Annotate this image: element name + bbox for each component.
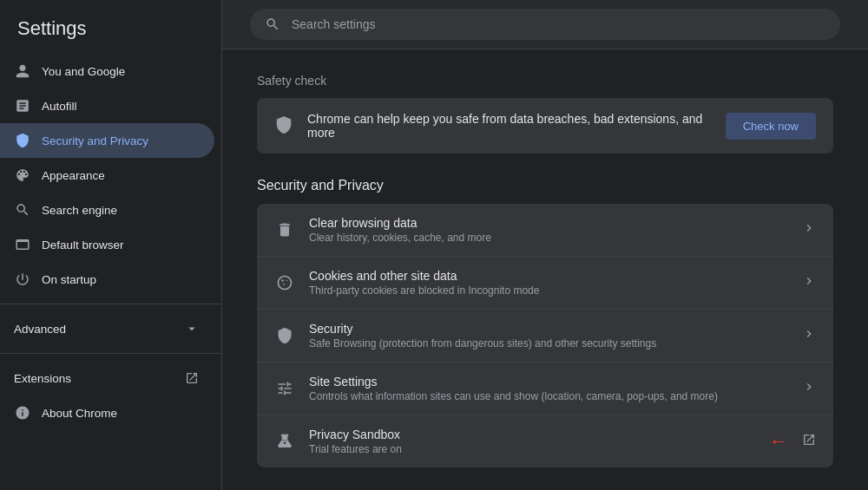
browser-icon — [14, 236, 31, 253]
svg-point-0 — [281, 279, 284, 282]
cookies-desc: Third-party cookies are blocked in Incog… — [309, 284, 788, 297]
site-settings-desc: Controls what information sites can use … — [309, 390, 788, 402]
chevron-down-icon — [183, 320, 201, 337]
privacy-sandbox-desc: Trial features are on — [309, 443, 755, 455]
search-container — [250, 9, 840, 40]
cookies-content: Cookies and other site data Third-party … — [309, 269, 788, 297]
sidebar-item-on-startup[interactable]: On startup — [0, 262, 214, 297]
settings-row-security[interactable]: Security Safe Browsing (protection from … — [257, 310, 833, 363]
sidebar-divider — [0, 304, 221, 304]
safety-check-description: Chrome can help keep you safe from data … — [307, 112, 712, 140]
external-link-icon — [183, 369, 201, 387]
clear-browsing-desc: Clear history, cookies, cache, and more — [309, 232, 788, 244]
security-shield-icon — [274, 325, 295, 346]
advanced-label: Advanced — [14, 323, 66, 336]
privacy-sandbox-actions: ← — [769, 430, 816, 453]
settings-row-clear-browsing[interactable]: Clear browsing data Clear history, cooki… — [257, 204, 833, 257]
red-arrow-annotation: ← — [769, 430, 788, 453]
sidebar-label-on-startup: On startup — [42, 273, 96, 286]
sidebar-item-about-chrome[interactable]: About Chrome — [0, 395, 214, 430]
sidebar-label-you-google: You and Google — [42, 65, 125, 78]
search-bar-icon — [264, 16, 281, 33]
cookie-icon — [274, 272, 295, 293]
safety-check-card: Chrome can help keep you safe from data … — [257, 98, 833, 154]
privacy-sandbox-title: Privacy Sandbox — [309, 428, 755, 441]
site-settings-content: Site Settings Controls what information … — [309, 375, 788, 402]
sidebar-item-default-browser[interactable]: Default browser — [0, 227, 214, 262]
security-content: Security Safe Browsing (protection from … — [309, 322, 788, 350]
chevron-right-icon — [802, 221, 816, 238]
sidebar-label-appearance: Appearance — [42, 169, 105, 182]
sidebar-divider-2 — [0, 353, 221, 354]
cookies-actions — [802, 274, 816, 291]
svg-point-1 — [286, 280, 288, 282]
chevron-right-icon-3 — [802, 327, 816, 344]
settings-row-site-settings[interactable]: Site Settings Controls what information … — [257, 363, 833, 415]
sidebar-item-you-google[interactable]: You and Google — [0, 54, 214, 88]
security-desc: Safe Browsing (protection from dangerous… — [309, 337, 788, 350]
safety-shield-icon — [274, 115, 293, 137]
settings-row-cookies[interactable]: Cookies and other site data Third-party … — [257, 257, 833, 310]
sidebar-label-default-browser: Default browser — [42, 238, 124, 252]
sidebar-item-autofill[interactable]: Autofill — [0, 88, 214, 123]
sidebar-label-security-privacy: Security and Privacy — [42, 134, 148, 147]
cookies-title: Cookies and other site data — [309, 269, 788, 283]
svg-point-2 — [283, 284, 285, 285]
app-title: Settings — [0, 7, 221, 54]
site-settings-title: Site Settings — [309, 375, 788, 389]
security-title: Security — [309, 322, 788, 336]
search-bar — [222, 0, 868, 49]
sidebar-label-about-chrome: About Chrome — [42, 407, 117, 420]
check-now-button[interactable]: Check now — [726, 113, 816, 140]
safety-check-section-title: Safety check — [257, 74, 833, 88]
startup-icon — [14, 271, 31, 288]
privacy-sandbox-content: Privacy Sandbox Trial features are on — [309, 428, 755, 455]
main-layout: Safety check Chrome can help keep you sa… — [222, 0, 868, 490]
extensions-label: Extensions — [14, 372, 71, 385]
clear-browsing-actions — [802, 221, 816, 238]
sidebar-item-search-engine[interactable]: Search engine — [0, 193, 214, 227]
chevron-right-icon-4 — [802, 380, 816, 397]
search-input[interactable] — [292, 17, 826, 31]
sidebar: Settings You and Google Autofill Securit… — [0, 0, 222, 490]
autofill-icon — [14, 97, 31, 114]
chevron-right-icon-2 — [802, 274, 816, 291]
search-icon — [14, 201, 31, 219]
external-link-icon-2 — [802, 433, 816, 450]
sliders-icon — [274, 378, 295, 399]
site-settings-actions — [802, 380, 816, 397]
settings-row-privacy-sandbox[interactable]: Privacy Sandbox Trial features are on ← — [257, 415, 833, 467]
clear-browsing-content: Clear browsing data Clear history, cooki… — [309, 216, 788, 244]
sidebar-item-appearance[interactable]: Appearance — [0, 158, 214, 193]
security-privacy-section-title: Security and Privacy — [257, 178, 833, 193]
sidebar-item-advanced[interactable]: Advanced — [0, 311, 214, 346]
sidebar-item-security-privacy[interactable]: Security and Privacy — [0, 123, 214, 158]
sidebar-label-autofill: Autofill — [42, 100, 77, 113]
about-icon — [14, 404, 31, 421]
trash-icon — [274, 219, 295, 240]
sidebar-item-extensions[interactable]: Extensions — [0, 361, 214, 395]
main-content: Safety check Chrome can help keep you sa… — [222, 49, 868, 490]
person-icon — [14, 62, 31, 80]
sidebar-label-search-engine: Search engine — [42, 204, 117, 217]
security-actions — [802, 327, 816, 344]
appearance-icon — [14, 167, 31, 184]
settings-list: Clear browsing data Clear history, cooki… — [257, 204, 833, 467]
clear-browsing-title: Clear browsing data — [309, 216, 788, 230]
shield-icon — [14, 132, 31, 149]
flask-icon — [274, 431, 295, 452]
